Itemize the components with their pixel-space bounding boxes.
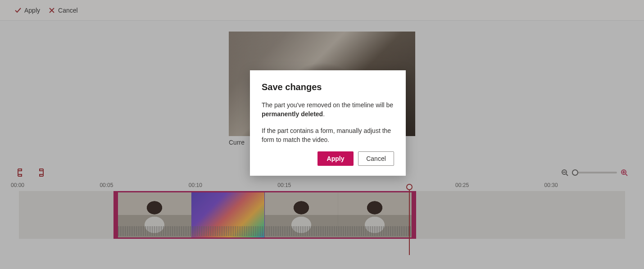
- dialog-info-text: If the part contains a form, manually ad…: [262, 126, 394, 145]
- dialog-warning-text: The part you've removed on the timeline …: [262, 100, 394, 119]
- dialog-cancel-button[interactable]: Cancel: [358, 151, 394, 166]
- save-changes-dialog: Save changes The part you've removed on …: [250, 70, 406, 176]
- dialog-apply-button[interactable]: Apply: [317, 151, 354, 166]
- dialog-title: Save changes: [262, 82, 394, 92]
